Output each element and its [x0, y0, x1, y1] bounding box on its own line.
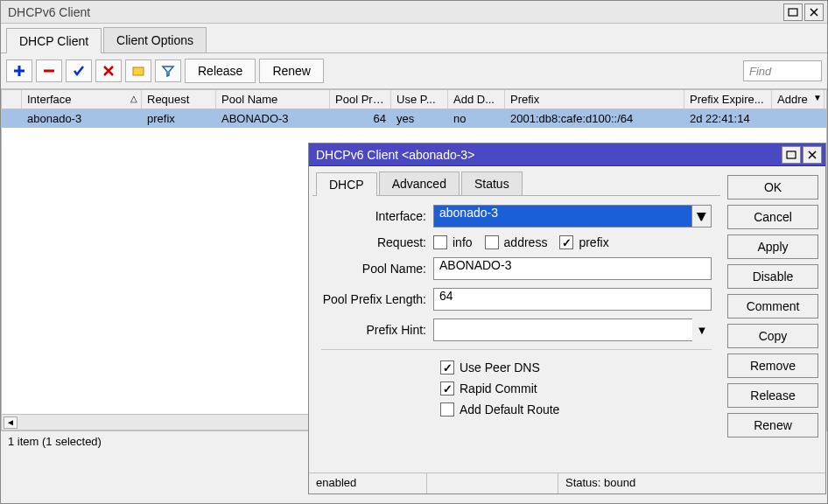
minimize-button[interactable]: [783, 4, 803, 21]
columns-menu-icon[interactable]: ▼: [813, 93, 822, 102]
tab-client-options[interactable]: Client Options: [103, 27, 207, 52]
row-indicator-header[interactable]: [2, 90, 22, 108]
dialog-buttons: OK Cancel Apply Disable Comment Copy Rem…: [720, 170, 818, 469]
triangle-down-icon: ▼: [697, 324, 708, 337]
tab-dhcp[interactable]: DHCP: [316, 172, 377, 196]
pool-name-label: Pool Name:: [321, 262, 433, 276]
apply-button[interactable]: Apply: [727, 234, 818, 259]
col-interface[interactable]: Interface△: [22, 90, 142, 108]
col-request[interactable]: Request: [142, 90, 216, 108]
svg-rect-0: [789, 9, 797, 16]
col-address[interactable]: Addre▼: [772, 90, 824, 108]
main-titlebar: DHCPv6 Client: [1, 1, 827, 24]
col-prefix[interactable]: Prefix: [505, 90, 684, 108]
pool-name-input[interactable]: ABONADO-3: [433, 257, 712, 280]
cancel-button[interactable]: Cancel: [727, 205, 818, 229]
release-dlg-button[interactable]: Release: [727, 383, 818, 408]
dialog-titlebar[interactable]: DHCPv6 Client <abonado-3>: [309, 144, 825, 166]
disable-dlg-button[interactable]: Disable: [727, 264, 818, 289]
chevron-down-icon: ⯆: [696, 210, 707, 223]
table-row[interactable]: abonado-3 prefix ABONADO-3 64 yes no 200…: [2, 109, 826, 128]
col-add-def[interactable]: Add D...: [448, 90, 505, 108]
sort-asc-icon: △: [130, 94, 137, 103]
col-use-peer[interactable]: Use P...: [391, 90, 448, 108]
dialog-close-button[interactable]: [803, 146, 822, 164]
release-button[interactable]: Release: [185, 59, 256, 83]
close-button[interactable]: [804, 4, 824, 21]
pool-prefix-length-label: Pool Prefix Length:: [321, 292, 433, 306]
dialog-minimize-button[interactable]: [782, 146, 801, 164]
interface-input[interactable]: abonado-3: [433, 205, 692, 228]
enable-button[interactable]: [66, 60, 92, 82]
interface-dropdown-button[interactable]: ⯆: [692, 205, 712, 228]
add-button[interactable]: [6, 60, 32, 82]
prefix-hint-label: Prefix Hint:: [321, 323, 433, 337]
dialog-title: DHCPv6 Client <abonado-3>: [316, 148, 780, 162]
status-text: 1 item (1 selected): [8, 435, 102, 448]
tab-dhcp-client[interactable]: DHCP Client: [6, 28, 102, 53]
ok-button[interactable]: OK: [727, 175, 818, 200]
scroll-left-icon[interactable]: ◄: [4, 416, 18, 429]
dialog-statusbar: enabled Status: bound: [309, 472, 825, 494]
find-input[interactable]: Find: [743, 60, 822, 81]
client-dialog: DHCPv6 Client <abonado-3> DHCP Advanced …: [308, 143, 826, 494]
col-pool-name[interactable]: Pool Name: [216, 90, 330, 108]
renew-dlg-button[interactable]: Renew: [727, 413, 818, 438]
divider: [321, 349, 712, 350]
request-info-checkbox[interactable]: info: [433, 235, 473, 249]
disable-button[interactable]: [95, 60, 122, 82]
col-pool-prefix[interactable]: Pool Pre...: [330, 90, 391, 108]
comment-dlg-button[interactable]: Comment: [727, 294, 818, 318]
request-label: Request:: [321, 235, 433, 249]
remove-button[interactable]: [36, 60, 62, 82]
svg-rect-2: [787, 151, 796, 158]
interface-label: Interface:: [321, 209, 433, 223]
dialog-tabs: DHCP Advanced Status: [312, 170, 720, 196]
status-bound: Status: bound: [558, 473, 825, 494]
col-prefix-expire[interactable]: Prefix Expire...: [684, 90, 772, 108]
prefix-hint-input[interactable]: [433, 318, 692, 341]
pool-prefix-length-input[interactable]: 64: [433, 288, 712, 311]
rapid-commit-checkbox[interactable]: Rapid Commit: [440, 382, 537, 396]
tab-status[interactable]: Status: [461, 172, 523, 195]
toolbar: Release Renew Find: [1, 53, 827, 89]
grid-header: Interface△ Request Pool Name Pool Pre...…: [2, 90, 826, 109]
remove-dlg-button[interactable]: Remove: [727, 354, 818, 378]
svg-rect-1: [133, 67, 144, 75]
tab-advanced[interactable]: Advanced: [379, 172, 460, 195]
filter-button[interactable]: [155, 60, 181, 82]
request-address-checkbox[interactable]: address: [485, 235, 548, 249]
copy-button[interactable]: Copy: [727, 324, 818, 348]
renew-button[interactable]: Renew: [259, 59, 324, 83]
comment-button[interactable]: [125, 60, 151, 82]
main-title: DHCPv6 Client: [8, 5, 782, 19]
prefix-hint-expand-button[interactable]: ▼: [692, 318, 712, 341]
dialog-form: Interface: abonado-3 ⯆ Request: info add…: [312, 196, 720, 469]
status-enabled: enabled: [309, 473, 427, 494]
request-prefix-checkbox[interactable]: prefix: [559, 235, 608, 249]
use-peer-dns-checkbox[interactable]: Use Peer DNS: [440, 360, 540, 374]
main-tabs: DHCP Client Client Options: [1, 24, 827, 53]
add-default-route-checkbox[interactable]: Add Default Route: [440, 402, 559, 416]
